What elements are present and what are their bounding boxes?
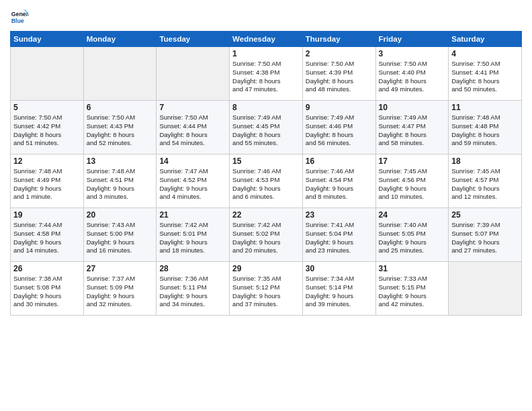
weekday-tuesday: Tuesday	[157, 32, 230, 47]
day-info: Sunrise: 7:33 AM Sunset: 5:15 PM Dayligh…	[379, 275, 446, 309]
header: General Blue	[10, 7, 522, 26]
weekday-friday: Friday	[375, 32, 449, 47]
day-info: Sunrise: 7:43 AM Sunset: 5:00 PM Dayligh…	[87, 221, 154, 255]
calendar-cell: 26Sunrise: 7:38 AM Sunset: 5:08 PM Dayli…	[11, 262, 84, 316]
day-info: Sunrise: 7:49 AM Sunset: 4:46 PM Dayligh…	[306, 113, 373, 148]
calendar-cell: 8Sunrise: 7:49 AM Sunset: 4:45 PM Daylig…	[230, 101, 303, 154]
day-number: 23	[306, 210, 373, 220]
day-number: 4	[451, 49, 519, 58]
calendar-cell: 30Sunrise: 7:34 AM Sunset: 5:14 PM Dayli…	[302, 262, 375, 316]
day-number: 6	[87, 103, 154, 112]
day-info: Sunrise: 7:45 AM Sunset: 4:56 PM Dayligh…	[379, 167, 446, 201]
day-number: 2	[306, 49, 373, 58]
day-number: 10	[379, 103, 446, 112]
day-number: 11	[451, 103, 519, 112]
day-info: Sunrise: 7:48 AM Sunset: 4:48 PM Dayligh…	[451, 113, 519, 148]
day-info: Sunrise: 7:48 AM Sunset: 4:51 PM Dayligh…	[87, 167, 154, 201]
calendar-cell: 25Sunrise: 7:39 AM Sunset: 5:07 PM Dayli…	[449, 208, 522, 262]
day-info: Sunrise: 7:50 AM Sunset: 4:43 PM Dayligh…	[87, 113, 154, 148]
calendar-week-4: 19Sunrise: 7:44 AM Sunset: 4:58 PM Dayli…	[11, 208, 522, 262]
day-number: 25	[451, 210, 519, 220]
day-info: Sunrise: 7:49 AM Sunset: 4:47 PM Dayligh…	[379, 113, 446, 148]
calendar-cell	[83, 47, 157, 101]
day-number: 12	[13, 156, 81, 166]
day-info: Sunrise: 7:34 AM Sunset: 5:14 PM Dayligh…	[306, 275, 373, 309]
calendar-cell: 18Sunrise: 7:45 AM Sunset: 4:57 PM Dayli…	[449, 154, 522, 208]
calendar-cell: 29Sunrise: 7:35 AM Sunset: 5:12 PM Dayli…	[230, 262, 303, 316]
calendar-cell: 16Sunrise: 7:46 AM Sunset: 4:54 PM Dayli…	[302, 154, 375, 208]
calendar-cell: 12Sunrise: 7:48 AM Sunset: 4:49 PM Dayli…	[11, 154, 84, 208]
calendar-cell: 14Sunrise: 7:47 AM Sunset: 4:52 PM Dayli…	[157, 154, 230, 208]
weekday-header-row: SundayMondayTuesdayWednesdayThursdayFrid…	[11, 32, 522, 47]
day-info: Sunrise: 7:50 AM Sunset: 4:44 PM Dayligh…	[159, 113, 226, 148]
day-number: 7	[159, 103, 226, 112]
day-info: Sunrise: 7:35 AM Sunset: 5:12 PM Dayligh…	[232, 275, 300, 309]
calendar-cell: 21Sunrise: 7:42 AM Sunset: 5:01 PM Dayli…	[157, 208, 230, 262]
day-number: 16	[306, 156, 373, 166]
day-info: Sunrise: 7:50 AM Sunset: 4:41 PM Dayligh…	[451, 60, 519, 94]
weekday-thursday: Thursday	[302, 32, 375, 47]
calendar-cell: 22Sunrise: 7:42 AM Sunset: 5:02 PM Dayli…	[230, 208, 303, 262]
calendar-cell: 31Sunrise: 7:33 AM Sunset: 5:15 PM Dayli…	[375, 262, 449, 316]
calendar-cell: 23Sunrise: 7:41 AM Sunset: 5:04 PM Dayli…	[302, 208, 375, 262]
calendar-cell: 9Sunrise: 7:49 AM Sunset: 4:46 PM Daylig…	[302, 101, 375, 154]
day-info: Sunrise: 7:45 AM Sunset: 4:57 PM Dayligh…	[451, 167, 519, 201]
day-number: 30	[306, 264, 373, 273]
day-info: Sunrise: 7:46 AM Sunset: 4:53 PM Dayligh…	[232, 167, 300, 201]
calendar-cell: 7Sunrise: 7:50 AM Sunset: 4:44 PM Daylig…	[157, 101, 230, 154]
calendar-cell: 13Sunrise: 7:48 AM Sunset: 4:51 PM Dayli…	[83, 154, 157, 208]
day-number: 21	[159, 210, 226, 220]
day-number: 28	[159, 264, 226, 273]
day-number: 26	[13, 264, 81, 273]
calendar-cell: 20Sunrise: 7:43 AM Sunset: 5:00 PM Dayli…	[83, 208, 157, 262]
day-info: Sunrise: 7:49 AM Sunset: 4:45 PM Dayligh…	[232, 113, 300, 148]
day-number: 29	[232, 264, 300, 273]
day-number: 27	[87, 264, 154, 273]
calendar-table: SundayMondayTuesdayWednesdayThursdayFrid…	[10, 31, 522, 316]
day-number: 5	[13, 103, 81, 112]
day-number: 3	[379, 49, 446, 58]
calendar-cell: 27Sunrise: 7:37 AM Sunset: 5:09 PM Dayli…	[83, 262, 157, 316]
day-number: 15	[232, 156, 300, 166]
calendar-week-3: 12Sunrise: 7:48 AM Sunset: 4:49 PM Dayli…	[11, 154, 522, 208]
day-number: 14	[159, 156, 226, 166]
day-number: 19	[13, 210, 81, 220]
day-number: 1	[232, 49, 300, 58]
day-number: 20	[87, 210, 154, 220]
calendar-cell: 24Sunrise: 7:40 AM Sunset: 5:05 PM Dayli…	[375, 208, 449, 262]
calendar-cell: 19Sunrise: 7:44 AM Sunset: 4:58 PM Dayli…	[11, 208, 84, 262]
weekday-sunday: Sunday	[11, 32, 84, 47]
calendar-cell: 28Sunrise: 7:36 AM Sunset: 5:11 PM Dayli…	[157, 262, 230, 316]
day-info: Sunrise: 7:47 AM Sunset: 4:52 PM Dayligh…	[159, 167, 226, 201]
day-info: Sunrise: 7:48 AM Sunset: 4:49 PM Dayligh…	[13, 167, 81, 201]
weekday-wednesday: Wednesday	[230, 32, 303, 47]
weekday-monday: Monday	[83, 32, 157, 47]
day-number: 9	[306, 103, 373, 112]
calendar-cell: 4Sunrise: 7:50 AM Sunset: 4:41 PM Daylig…	[449, 47, 522, 101]
calendar-cell: 15Sunrise: 7:46 AM Sunset: 4:53 PM Dayli…	[230, 154, 303, 208]
day-number: 22	[232, 210, 300, 220]
calendar-cell	[157, 47, 230, 101]
calendar-cell: 17Sunrise: 7:45 AM Sunset: 4:56 PM Dayli…	[375, 154, 449, 208]
calendar-cell: 5Sunrise: 7:50 AM Sunset: 4:42 PM Daylig…	[11, 101, 84, 154]
day-info: Sunrise: 7:50 AM Sunset: 4:38 PM Dayligh…	[232, 60, 300, 94]
day-number: 18	[451, 156, 519, 166]
day-info: Sunrise: 7:41 AM Sunset: 5:04 PM Dayligh…	[306, 221, 373, 255]
day-info: Sunrise: 7:42 AM Sunset: 5:02 PM Dayligh…	[232, 221, 300, 255]
day-info: Sunrise: 7:36 AM Sunset: 5:11 PM Dayligh…	[159, 275, 226, 309]
day-number: 17	[379, 156, 446, 166]
calendar-container: General Blue SundayMondayTuesdayWednesda…	[0, 0, 532, 321]
day-info: Sunrise: 7:39 AM Sunset: 5:07 PM Dayligh…	[451, 221, 519, 255]
calendar-cell: 1Sunrise: 7:50 AM Sunset: 4:38 PM Daylig…	[230, 47, 303, 101]
calendar-cell: 11Sunrise: 7:48 AM Sunset: 4:48 PM Dayli…	[449, 101, 522, 154]
weekday-saturday: Saturday	[449, 32, 522, 47]
day-number: 8	[232, 103, 300, 112]
calendar-cell: 6Sunrise: 7:50 AM Sunset: 4:43 PM Daylig…	[83, 101, 157, 154]
calendar-cell	[11, 47, 84, 101]
calendar-cell: 3Sunrise: 7:50 AM Sunset: 4:40 PM Daylig…	[375, 47, 449, 101]
day-info: Sunrise: 7:50 AM Sunset: 4:40 PM Dayligh…	[379, 60, 446, 94]
day-info: Sunrise: 7:50 AM Sunset: 4:39 PM Dayligh…	[306, 60, 373, 94]
day-number: 31	[379, 264, 446, 273]
calendar-week-2: 5Sunrise: 7:50 AM Sunset: 4:42 PM Daylig…	[11, 101, 522, 154]
calendar-cell	[449, 262, 522, 316]
